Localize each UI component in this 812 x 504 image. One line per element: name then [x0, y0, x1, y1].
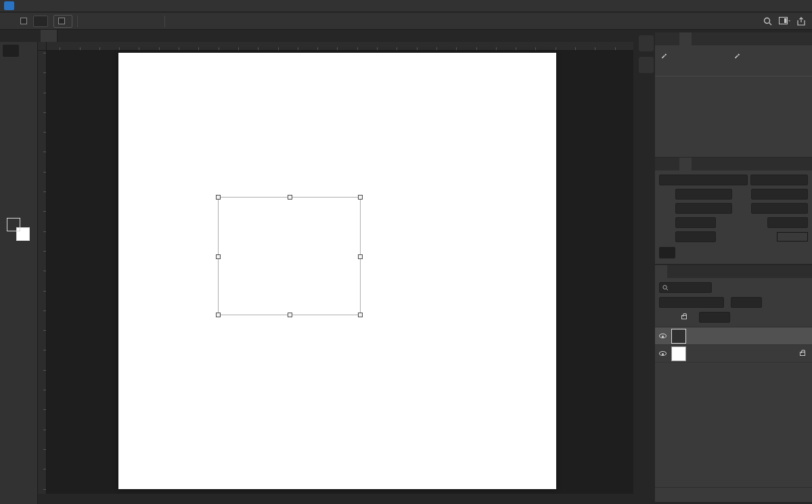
tab-info[interactable]	[679, 32, 692, 45]
color-swatches	[5, 216, 32, 245]
move-tool[interactable]	[3, 45, 19, 57]
transform-handle-e[interactable]	[358, 254, 363, 259]
transform-handle-s[interactable]	[288, 313, 292, 317]
history-brush-tool[interactable]	[3, 106, 19, 118]
transform-handle-sw[interactable]	[216, 313, 221, 317]
smudge-tool[interactable]	[19, 118, 35, 130]
blend-mode-dropdown[interactable]	[659, 297, 724, 308]
font-size-dropdown[interactable]	[675, 189, 732, 200]
eyedropper-tool[interactable]	[3, 81, 19, 93]
layer-thumbnail[interactable]	[671, 346, 686, 361]
workspace-switcher-icon[interactable]	[779, 17, 790, 26]
document-tab[interactable]	[41, 30, 58, 42]
faux-bold-button[interactable]	[659, 247, 675, 258]
eyedropper-icon	[660, 51, 669, 59]
share-icon[interactable]	[797, 17, 805, 26]
type-tool[interactable]	[3, 142, 19, 154]
canvas-area[interactable]	[38, 42, 633, 494]
auto-select-checkbox[interactable]	[20, 18, 27, 24]
font-family-dropdown[interactable]	[659, 175, 748, 185]
tab-paragraph[interactable]	[667, 158, 679, 170]
tab-color[interactable]	[655, 32, 667, 45]
layer-visibility-icon[interactable]	[659, 351, 667, 356]
dodge-tool[interactable]	[3, 130, 19, 142]
search-icon[interactable]	[763, 17, 772, 26]
search-icon	[662, 285, 669, 291]
character-panel	[655, 158, 812, 264]
brush-tool[interactable]	[3, 93, 19, 106]
glyphs-panel-button[interactable]	[639, 35, 654, 51]
healing-brush-tool[interactable]	[19, 81, 35, 93]
layers-panel	[655, 265, 812, 502]
options-bar	[0, 13, 812, 30]
eyedropper-icon	[734, 51, 742, 59]
small-caps-button[interactable]	[712, 247, 728, 258]
zoom-tool[interactable]	[3, 166, 19, 179]
show-transform-group[interactable]	[53, 15, 72, 28]
path-selection-tool[interactable]	[19, 142, 35, 154]
tab-adjustments[interactable]	[655, 158, 667, 170]
hand-tool[interactable]	[19, 154, 35, 166]
object-selection-tool[interactable]	[19, 57, 35, 69]
info-doc-size	[655, 76, 812, 84]
strikethrough-button[interactable]	[782, 247, 798, 258]
superscript-button[interactable]	[729, 247, 746, 258]
kerning-dropdown[interactable]	[675, 203, 732, 214]
baseline-shift-field[interactable]	[675, 231, 716, 242]
type-layer-text	[215, 196, 365, 317]
tab-history[interactable]	[692, 32, 704, 45]
crop-tool[interactable]	[3, 69, 19, 81]
leading-dropdown[interactable]	[751, 189, 808, 200]
tab-layers[interactable]	[655, 265, 667, 278]
layer-visibility-icon[interactable]	[659, 334, 667, 338]
collapsed-panel-strip	[639, 35, 654, 78]
pen-tool[interactable]	[19, 130, 35, 142]
layer-row-type[interactable]	[655, 327, 812, 345]
actions-panel-button[interactable]	[639, 57, 654, 73]
frame-tool[interactable]	[19, 69, 35, 81]
clone-stamp-tool[interactable]	[19, 93, 35, 106]
opacity-dropdown[interactable]	[731, 297, 762, 308]
tab-character[interactable]	[679, 158, 692, 170]
eraser-tool[interactable]	[19, 106, 35, 118]
transform-handle-se[interactable]	[358, 313, 363, 317]
lock-all-icon[interactable]	[681, 315, 687, 319]
layer-thumbnail[interactable]	[671, 329, 686, 344]
tracking-dropdown[interactable]	[751, 203, 808, 214]
gradient-tool[interactable]	[3, 118, 19, 130]
edit-toolbar-icon[interactable]	[19, 166, 35, 179]
tab-channels[interactable]	[667, 265, 679, 278]
auto-select-dropdown[interactable]	[33, 16, 48, 27]
faux-italic-button[interactable]	[677, 247, 693, 258]
layers-panel-footer	[655, 487, 812, 502]
transform-handle-n[interactable]	[288, 195, 292, 200]
fill-dropdown[interactable]	[699, 312, 730, 323]
layer-locked-icon	[800, 352, 805, 356]
menu-bar	[0, 0, 812, 12]
ruler-horizontal	[38, 42, 633, 51]
lasso-tool[interactable]	[3, 57, 19, 69]
info-panel	[655, 32, 812, 157]
ruler-corner	[38, 42, 47, 51]
transform-handle-w[interactable]	[216, 254, 221, 259]
horizontal-scale-field[interactable]	[767, 217, 808, 228]
tab-paths[interactable]	[679, 265, 692, 278]
transform-handle-ne[interactable]	[358, 195, 363, 200]
foreground-color-swatch[interactable]	[7, 218, 20, 231]
show-transform-checkbox[interactable]	[58, 18, 65, 24]
shape-tool[interactable]	[3, 154, 19, 166]
vertical-scale-field[interactable]	[675, 217, 716, 228]
text-color-swatch[interactable]	[777, 232, 808, 242]
marquee-tool[interactable]	[19, 45, 35, 57]
transform-bounding-box[interactable]	[218, 197, 361, 315]
subscript-button[interactable]	[747, 247, 763, 258]
tab-properties[interactable]	[692, 158, 704, 170]
underline-button[interactable]	[765, 247, 781, 258]
layer-filter-dropdown[interactable]	[659, 282, 712, 293]
transform-handle-nw[interactable]	[216, 195, 221, 200]
layer-row-background[interactable]	[655, 345, 812, 363]
all-caps-button[interactable]	[694, 247, 710, 258]
font-style-dropdown[interactable]	[750, 175, 808, 185]
tab-swatches[interactable]	[667, 32, 679, 45]
ruler-vertical	[38, 51, 47, 494]
